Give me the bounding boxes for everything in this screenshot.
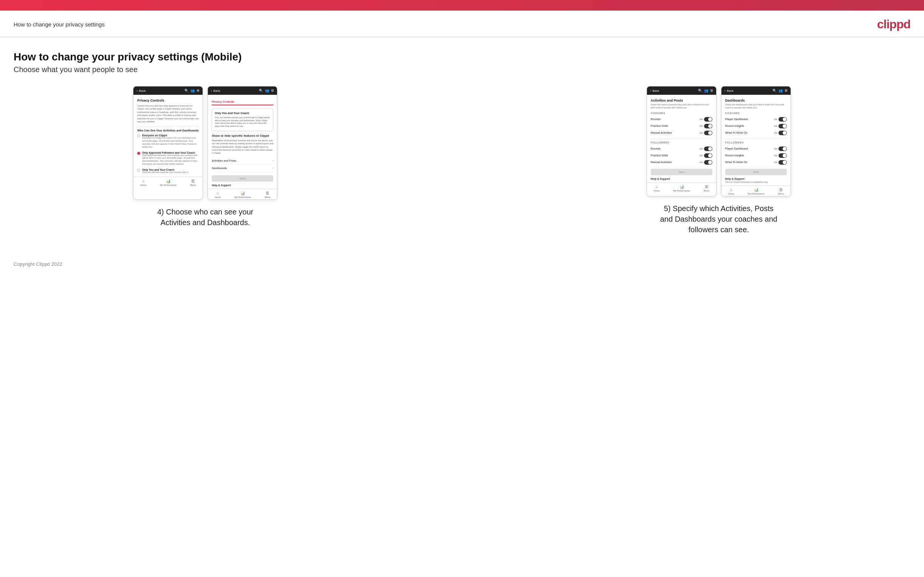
coaches-player-label: Player Dashboard	[725, 118, 748, 121]
search-icon-3: 🔍	[698, 89, 702, 92]
caption-4: 4) Choose who can see your Activities an…	[145, 206, 266, 228]
privacy-desc-1: Control how you and your data appears to…	[137, 104, 199, 123]
footer-home-1[interactable]: ⌂ Home	[140, 179, 146, 186]
coaches-work-on-on-text: ON	[774, 132, 777, 134]
followers-round-insights-label: Round Insights	[725, 154, 744, 157]
radio-only-you[interactable]	[137, 169, 140, 172]
back-chevron-icon-2: ‹	[211, 89, 212, 92]
save-button-2[interactable]: Save	[212, 175, 273, 182]
chevron-right-icon-2: ›	[273, 166, 274, 170]
footer-perf-4[interactable]: 📊 My Performance	[748, 188, 764, 195]
home-label-1: Home	[140, 184, 146, 186]
save-button-3[interactable]: Save	[651, 169, 712, 175]
show-hide-body: Regardless of the privacy controls that …	[212, 139, 273, 155]
menu-item-activities[interactable]: Activities and Posts ›	[212, 157, 273, 164]
phone-footer-1: ⌂ Home 📊 My Performance ☰ Menu	[133, 177, 203, 187]
footer-menu-4[interactable]: ☰ Menu	[778, 188, 784, 195]
coaches-manual-label: Manual Activities	[651, 131, 672, 134]
radio-approved[interactable]	[137, 152, 140, 155]
activities-desc: Select the types of activity that you'd …	[651, 103, 712, 110]
popup-title: Only You and Your Coach	[215, 111, 270, 115]
activities-title: Activities and Posts	[651, 98, 712, 102]
page-subtitle: Choose what you want people to see	[14, 65, 910, 74]
chevron-right-icon-1: ›	[273, 159, 274, 162]
menu-icon-4: ☰	[779, 188, 783, 192]
phone-body-3: Activities and Posts Select the types of…	[647, 95, 716, 180]
toggle-row-coaches-work-on: What To Work On ON	[725, 129, 787, 136]
footer-perf-2[interactable]: 📊 My Performance	[234, 191, 251, 198]
mockup-pair-2: ‹ Back 🔍 👥 ⚙ Activities and Posts Select…	[647, 86, 791, 197]
tab-privacy[interactable]: Privacy Controls	[212, 98, 234, 105]
followers-player-label: Player Dashboard	[725, 147, 748, 150]
coaches-round-insights-toggle[interactable]	[779, 124, 787, 128]
back-label-4: Back	[727, 89, 733, 92]
phone-footer-4: ⌂ Home 📊 My Performance ☰ Menu	[721, 185, 791, 196]
coaches-player-on-text: ON	[774, 118, 777, 121]
followers-work-on-toggle[interactable]	[779, 160, 787, 164]
followers-player-toggle[interactable]	[779, 147, 787, 151]
followers-label-4: FOLLOWERS	[725, 141, 787, 144]
perf-icon-1: 📊	[166, 179, 170, 183]
toggle-row-followers-round-insights: Round Insights ON	[725, 152, 787, 159]
coaches-player-toggle[interactable]	[779, 117, 787, 122]
followers-work-on-label: What To Work On	[725, 161, 748, 164]
coaches-rounds-toggle[interactable]	[704, 117, 712, 122]
help-support-2: Help & Support	[212, 184, 273, 187]
perf-label-4: My Performance	[748, 193, 764, 195]
followers-manual-on-text: ON	[699, 161, 703, 163]
people-icon-2: 👥	[265, 89, 269, 92]
radio-option-3: Only You and Your Coach Only you and the…	[137, 168, 199, 174]
breadcrumb: How to change your privacy settings	[14, 21, 105, 27]
coaches-work-on-toggle[interactable]	[779, 131, 787, 135]
back-label-3: Back	[652, 89, 659, 92]
perf-icon-4: 📊	[754, 188, 758, 192]
search-icon-2: 🔍	[259, 89, 263, 92]
footer-home-2[interactable]: ⌂ Home	[215, 191, 221, 198]
footer-menu-2[interactable]: ☰ Menu	[265, 191, 270, 198]
followers-drills-toggle[interactable]	[704, 153, 712, 158]
footer-home-4[interactable]: ⌂ Home	[728, 188, 734, 195]
activities-posts-label: Activities and Posts	[212, 159, 236, 162]
clippd-logo: clippd	[877, 18, 910, 31]
coaches-rounds-on-text: ON	[699, 118, 703, 121]
footer-home-3[interactable]: ⌂ Home	[654, 185, 660, 192]
dashboards-title: Dashboards	[725, 98, 787, 102]
menu-icon-1: ☰	[191, 179, 195, 183]
option1-label: Everyone on Clippd	[142, 134, 199, 137]
option2-label: Only Approved Followers and Your Coach	[142, 152, 199, 154]
followers-manual-toggle[interactable]	[704, 160, 712, 164]
people-icon-3: 👥	[704, 89, 708, 92]
help-support-4: Help & Support	[725, 177, 787, 180]
footer-perf-1[interactable]: 📊 My Performance	[160, 179, 176, 186]
header: How to change your privacy settings clip…	[0, 11, 924, 37]
footer-menu-1[interactable]: ☰ Menu	[190, 179, 196, 186]
settings-icon-4: ⚙	[785, 89, 788, 92]
footer-perf-3[interactable]: 📊 My Performance	[674, 185, 690, 192]
toggle-row-followers-rounds: Rounds ON	[651, 145, 712, 152]
phone-screen-1: ‹ Back 🔍 👥 ⚙ Privacy Controls Control ho…	[133, 86, 203, 200]
followers-round-insights-toggle[interactable]	[779, 153, 787, 158]
toggle-row-coaches-rounds: Rounds ON	[651, 116, 712, 123]
menu-item-dashboards[interactable]: Dashboards ›	[212, 164, 273, 172]
footer-menu-3[interactable]: ☰ Menu	[704, 185, 709, 192]
back-label-2: Back	[213, 89, 220, 92]
perf-label-3: My Performance	[674, 190, 690, 192]
perf-label-1: My Performance	[160, 184, 176, 186]
toggle-row-coaches-player: Player Dashboard ON	[725, 116, 787, 123]
coaches-manual-toggle[interactable]	[704, 131, 712, 135]
followers-work-on-on-text: ON	[774, 161, 777, 163]
coaches-work-on-label: What To Work On	[725, 131, 748, 134]
menu-label-2: Menu	[265, 196, 270, 198]
save-button-4[interactable]: Save	[725, 169, 787, 175]
coaches-drills-toggle[interactable]	[704, 124, 712, 128]
toggle-row-followers-player: Player Dashboard ON	[725, 145, 787, 152]
toggle-row-followers-drills: Practice Drills ON	[651, 152, 712, 159]
menu-icon-2: ☰	[266, 191, 269, 195]
followers-rounds-toggle[interactable]	[704, 147, 712, 151]
radio-option-2: Only Approved Followers and Your Coach O…	[137, 152, 199, 166]
coaches-drills-label: Practice Drills	[651, 124, 668, 127]
followers-label-3: FOLLOWERS	[651, 141, 712, 144]
help-desc-4: Visit our Clippd community to troublesho…	[725, 181, 787, 183]
option1-desc: Everyone on Clippd can search for you an…	[142, 137, 199, 148]
radio-everyone[interactable]	[137, 134, 140, 137]
